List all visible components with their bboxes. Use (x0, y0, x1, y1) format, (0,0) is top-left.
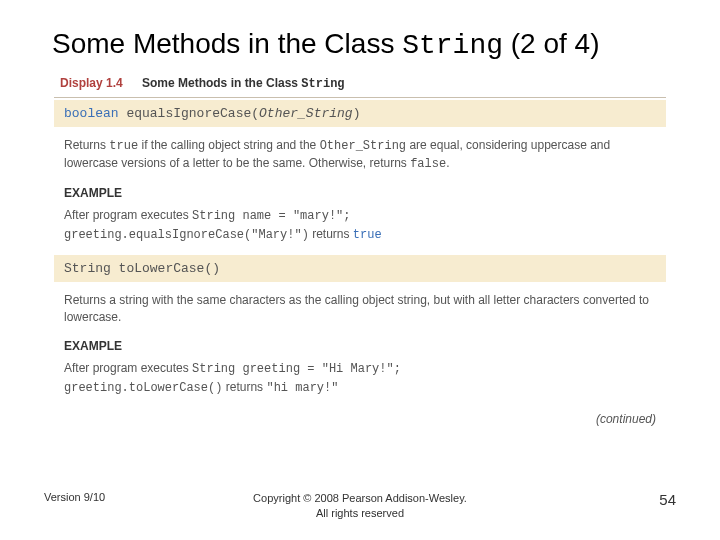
method2-signature: String toLowerCase() (54, 255, 666, 282)
ex-code: greeting.equalsIgnoreCase("Mary!") (64, 228, 309, 242)
display-title: Some Methods in the Class String (142, 76, 345, 90)
desc-false: false (410, 157, 446, 171)
copyright: Copyright © 2008 Pearson Addison-Wesley.… (0, 491, 720, 520)
ex-code: greeting.toLowerCase() (64, 381, 222, 395)
ex-code: String greeting = "Hi Mary!"; (192, 362, 401, 376)
example-label: EXAMPLE (54, 180, 666, 204)
content-area: Display 1.4 Some Methods in the Class St… (0, 71, 720, 426)
keyword-boolean: boolean (64, 106, 119, 121)
ex-text: After program executes (64, 208, 192, 222)
display-title-prefix: Some Methods in the Class (142, 76, 301, 90)
continued-label: (continued) (54, 408, 666, 426)
title-prefix: Some Methods in the Class (52, 28, 402, 59)
ex-result: "hi mary!" (266, 381, 338, 395)
method1-description: Returns true if the calling object strin… (54, 129, 666, 180)
page-number: 54 (659, 491, 676, 508)
version-label: Version 9/10 (44, 491, 105, 503)
footer: Version 9/10 Copyright © 2008 Pearson Ad… (0, 491, 720, 520)
copyright-line1: Copyright © 2008 Pearson Addison-Wesley. (253, 492, 467, 504)
ex-code: String name = "mary!"; (192, 209, 350, 223)
example-label: EXAMPLE (54, 333, 666, 357)
title-suffix: (2 of 4) (503, 28, 599, 59)
title-code: String (402, 30, 503, 61)
ex-text: After program executes (64, 361, 192, 375)
method1-signature: boolean equalsIgnoreCase(Other_String) (54, 100, 666, 127)
method2-description: Returns a string with the same character… (54, 284, 666, 333)
ex-text: returns (222, 380, 266, 394)
sig-text: String toLowerCase() (64, 261, 220, 276)
desc-text: . (446, 156, 449, 170)
sig-text: equalsIgnoreCase( (119, 106, 259, 121)
ex-text: returns (309, 227, 353, 241)
desc-param: Other_String (320, 139, 406, 153)
ex-true: true (353, 228, 382, 242)
display-label: Display 1.4 (60, 76, 123, 90)
display-title-code: String (301, 77, 344, 91)
copyright-line2: All rights reserved (316, 507, 404, 519)
display-header: Display 1.4 Some Methods in the Class St… (54, 71, 666, 97)
slide-title: Some Methods in the Class String (2 of 4… (0, 0, 720, 71)
desc-text: Returns (64, 138, 109, 152)
method2-example: After program executes String greeting =… (54, 357, 666, 408)
method1-example: After program executes String name = "ma… (54, 204, 666, 255)
desc-true: true (109, 139, 138, 153)
desc-text: if the calling object string and the (138, 138, 319, 152)
sig-close: ) (353, 106, 361, 121)
divider (54, 97, 666, 98)
sig-param: Other_String (259, 106, 353, 121)
